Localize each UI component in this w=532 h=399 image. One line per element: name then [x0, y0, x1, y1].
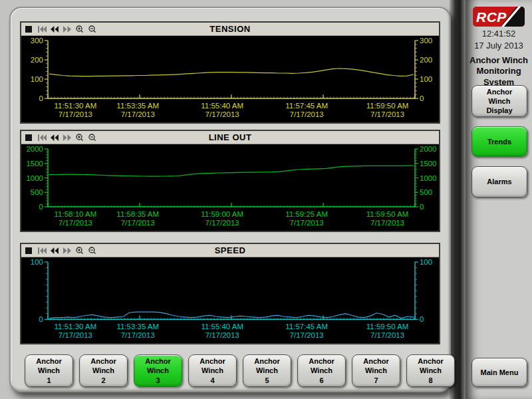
zoom-in-icon[interactable]	[75, 25, 84, 33]
stop-icon[interactable]	[25, 25, 34, 33]
svg-text:11:59:25 AM: 11:59:25 AM	[285, 210, 328, 218]
svg-text:7/17/2013: 7/17/2013	[121, 110, 155, 118]
svg-text:2000: 2000	[26, 145, 43, 153]
alarms-button[interactable]: Alarms	[471, 166, 527, 198]
winch-button-number: 1	[47, 376, 51, 385]
svg-text:0: 0	[39, 315, 43, 323]
svg-text:1500: 1500	[26, 160, 43, 168]
zoom-out-icon[interactable]	[88, 25, 97, 33]
tension-plot: 0010010020020030030011:51:30 AM7/17/2013…	[21, 36, 439, 122]
svg-text:11:57:45 AM: 11:57:45 AM	[285, 323, 328, 331]
line-out-chart: LINE OUT 0050050010001000150015002000200…	[20, 130, 440, 232]
trend-toolbar	[25, 247, 97, 255]
svg-text:200: 200	[31, 56, 43, 64]
stop-icon[interactable]	[25, 247, 34, 255]
trend-toolbar	[25, 25, 97, 33]
winch-button-number: 8	[428, 376, 432, 385]
anchor-winch-display-button[interactable]: Anchor Winch Display	[471, 85, 527, 117]
fast-forward-icon[interactable]	[63, 134, 72, 142]
svg-text:1000: 1000	[420, 174, 437, 182]
line-out-chart-titlebar: LINE OUT	[21, 131, 439, 144]
winch-button-2[interactable]: Anchor Winch 2	[79, 354, 128, 387]
rewind-icon[interactable]	[50, 25, 59, 33]
winch-button-number: 7	[374, 376, 378, 385]
app-title: Anchor Winch Monitoring System	[466, 55, 532, 88]
svg-text:11:59:00 AM: 11:59:00 AM	[201, 210, 243, 218]
zoom-out-icon[interactable]	[88, 247, 97, 255]
svg-text:500: 500	[420, 188, 432, 196]
svg-text:11:57:45 AM: 11:57:45 AM	[285, 102, 328, 110]
fast-forward-icon[interactable]	[63, 25, 72, 33]
speed-plot: 0010010011:51:30 AM7/17/201311:53:35 AM7…	[21, 257, 439, 343]
winch-button-label: Winch	[420, 366, 442, 375]
winch-button-label: Winch	[311, 366, 332, 375]
svg-text:7/17/2013: 7/17/2013	[370, 331, 404, 339]
line-out-plot: 0050050010001000150015002000200011:58:10…	[21, 144, 439, 231]
svg-text:11:59:50 AM: 11:59:50 AM	[366, 102, 409, 110]
svg-text:100: 100	[420, 258, 432, 266]
svg-text:7/17/2013: 7/17/2013	[59, 219, 92, 227]
svg-text:7/17/2013: 7/17/2013	[121, 331, 155, 339]
svg-text:11:53:35 AM: 11:53:35 AM	[116, 102, 159, 110]
trends-button[interactable]: Trends	[471, 126, 527, 157]
zoom-out-icon[interactable]	[88, 134, 97, 142]
skip-to-start-icon[interactable]	[37, 25, 47, 33]
winch-button-label: Anchor	[309, 356, 334, 366]
svg-text:100: 100	[31, 75, 43, 83]
rewind-icon[interactable]	[50, 247, 59, 255]
svg-text:11:59:50 AM: 11:59:50 AM	[366, 210, 409, 218]
winch-button-7[interactable]: Anchor Winch 7	[352, 354, 400, 387]
svg-text:7/17/2013: 7/17/2013	[370, 110, 404, 118]
zoom-in-icon[interactable]	[75, 247, 84, 255]
svg-text:11:55:40 AM: 11:55:40 AM	[201, 323, 243, 331]
svg-text:11:53:35 AM: 11:53:35 AM	[116, 323, 159, 331]
svg-text:100: 100	[420, 75, 432, 83]
trend-toolbar	[25, 134, 97, 142]
winch-button-number: 6	[319, 376, 323, 385]
winch-button-label: Winch	[256, 366, 278, 375]
winch-button-5[interactable]: Anchor Winch 5	[243, 354, 291, 387]
tension-chart: TENSION 0010010020020030030011:51:30 AM7…	[20, 21, 440, 124]
svg-text:11:58:10 AM: 11:58:10 AM	[55, 210, 97, 218]
speed-plot-area: 0010010011:51:30 AM7/17/201311:53:35 AM7…	[21, 257, 439, 343]
svg-text:7/17/2013: 7/17/2013	[59, 110, 92, 118]
svg-text:11:55:40 AM: 11:55:40 AM	[201, 102, 243, 110]
winch-button-number: 5	[265, 376, 269, 385]
speed-chart-titlebar: SPEED	[21, 244, 439, 257]
fast-forward-icon[interactable]	[63, 247, 72, 255]
sidebar: RCP 12:41:52 17 July 2013 Anchor Winch M…	[466, 0, 532, 399]
winch-button-6[interactable]: Anchor Winch 6	[297, 354, 346, 387]
winch-button-label: Winch	[365, 366, 387, 375]
winch-button-number: 2	[101, 376, 105, 385]
svg-text:300: 300	[420, 37, 432, 45]
svg-text:0: 0	[39, 203, 43, 211]
winch-button-label: Anchor	[36, 356, 62, 366]
svg-text:0: 0	[420, 94, 424, 102]
svg-text:1000: 1000	[26, 174, 43, 182]
svg-text:500: 500	[31, 188, 43, 196]
stop-icon[interactable]	[25, 134, 34, 142]
svg-text:200: 200	[420, 56, 432, 64]
winch-button-label: Winch	[38, 366, 60, 375]
zoom-in-icon[interactable]	[75, 134, 84, 142]
main-menu-button[interactable]: Main Menu	[471, 358, 527, 387]
svg-text:7/17/2013: 7/17/2013	[290, 110, 324, 118]
svg-text:2000: 2000	[420, 145, 437, 153]
winch-button-4[interactable]: Anchor Winch 4	[188, 354, 237, 387]
winch-button-label: Winch	[201, 366, 223, 375]
svg-text:0: 0	[39, 94, 43, 102]
winch-button-label: Winch	[147, 366, 169, 375]
rewind-icon[interactable]	[50, 134, 59, 142]
speed-chart: SPEED 0010010011:51:30 AM7/17/201311:53:…	[20, 243, 440, 344]
svg-text:7/17/2013: 7/17/2013	[205, 110, 239, 118]
skip-to-start-icon[interactable]	[37, 247, 47, 255]
skip-to-start-icon[interactable]	[37, 134, 47, 142]
winch-button-label: Anchor	[145, 356, 171, 366]
winch-button-3[interactable]: Anchor Winch 3	[134, 354, 182, 387]
winch-button-8[interactable]: Anchor Winch 8	[406, 354, 455, 387]
svg-text:7/17/2013: 7/17/2013	[290, 331, 324, 339]
tension-plot-area: 0010010020020030030011:51:30 AM7/17/2013…	[21, 36, 439, 122]
winch-button-number: 3	[156, 376, 160, 385]
svg-text:300: 300	[31, 37, 43, 45]
winch-button-1[interactable]: Anchor Winch 1	[25, 354, 73, 387]
